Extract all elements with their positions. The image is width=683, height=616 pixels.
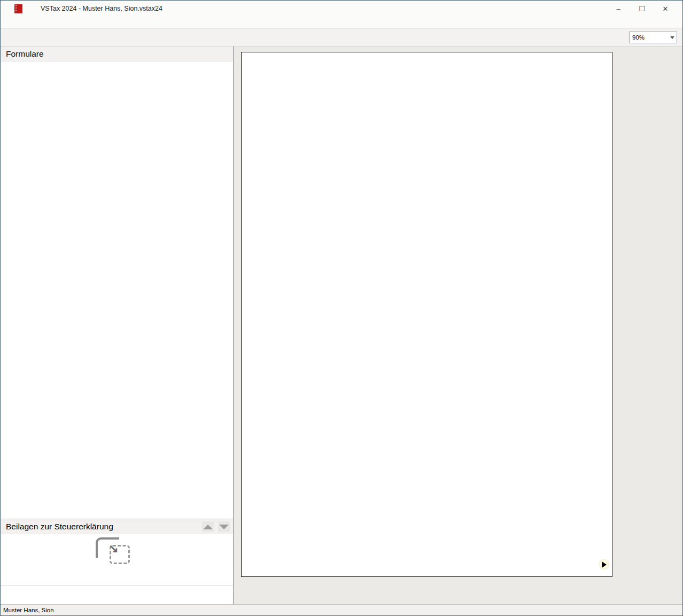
close-button[interactable]: ✕ [654, 1, 677, 16]
triangle-right-icon [602, 561, 607, 568]
chevron-down-icon [670, 36, 674, 39]
left-panel: Formulare Beilagen zur Steuererklärung ↘ [1, 47, 234, 604]
zoom-value: 90% [632, 34, 645, 41]
app-window: { "window": { "title": "VSTax 2024 - Mus… [0, 0, 683, 616]
maximize-button[interactable]: ☐ [630, 1, 654, 16]
zoom-select[interactable]: 90% [629, 32, 677, 43]
attachments-drop-zone[interactable]: ↘ [1, 534, 233, 586]
main-area [234, 47, 682, 604]
status-bar: Muster Hans, Sion [1, 604, 682, 615]
attachments-panel-chevrons [202, 521, 230, 532]
toolbar: 90% [1, 29, 682, 47]
window-buttons: – ☐ ✕ [607, 1, 677, 17]
collapse-up-icon[interactable] [202, 521, 214, 532]
window-title: VSTax 2024 - Muster Hans, Sion.vstax24 [41, 5, 162, 12]
status-text: Muster Hans, Sion [3, 607, 54, 613]
app-icon [14, 4, 22, 13]
attachments-panel-title: Beilagen zur Steuererklärung [6, 522, 113, 532]
client-area: Formulare Beilagen zur Steuererklärung ↘ [1, 47, 682, 604]
collapse-down-icon[interactable] [218, 521, 230, 532]
toolbar-right-group: 90% [629, 29, 679, 46]
menu-bar [1, 17, 682, 29]
forms-panel-title: Formulare [1, 47, 233, 61]
attachments-toolbar [1, 586, 233, 604]
drag-drop-icon: ↘ [96, 537, 130, 564]
attachments-panel-header: Beilagen zur Steuererklärung [1, 519, 233, 534]
title-bar: VSTax 2024 - Muster Hans, Sion.vstax24 –… [1, 1, 682, 17]
minimize-button[interactable]: – [607, 1, 630, 16]
forms-tree [1, 61, 233, 519]
next-page-button[interactable] [600, 560, 609, 569]
tax-form-page [241, 52, 612, 577]
